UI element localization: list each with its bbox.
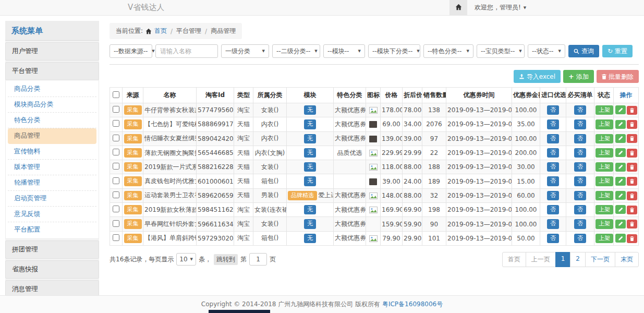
import-select-toggle[interactable]: 否 xyxy=(547,148,559,158)
edit-button[interactable] xyxy=(615,163,626,172)
breadcrumb-home-link[interactable]: 首页 xyxy=(154,27,167,35)
status-toggle[interactable]: 上架 xyxy=(596,191,613,200)
delete-button[interactable] xyxy=(627,134,637,143)
sidebar-item[interactable]: 启动页管理 xyxy=(8,191,96,207)
sidebar-group[interactable]: 省惠快报 xyxy=(5,260,99,279)
edit-button[interactable] xyxy=(615,205,626,214)
filter-module-select[interactable]: --模块--▼ xyxy=(323,44,365,58)
must-buy-toggle[interactable]: 否 xyxy=(574,119,586,129)
sidebar-item[interactable]: 版本管理 xyxy=(8,160,96,175)
filter-item-type-select[interactable]: --宝贝类型--▼ xyxy=(477,44,525,58)
pager-button[interactable]: 1 xyxy=(555,252,571,267)
sidebar-item[interactable]: 特色分类 xyxy=(8,113,96,128)
edit-button[interactable] xyxy=(615,177,626,186)
must-buy-toggle[interactable]: 否 xyxy=(574,234,586,243)
select-all-checkbox[interactable] xyxy=(113,91,119,98)
import-excel-button[interactable]: 导入excel xyxy=(514,70,561,83)
edit-button[interactable] xyxy=(615,220,626,228)
delete-button[interactable] xyxy=(627,177,637,186)
import-select-toggle[interactable]: 否 xyxy=(547,119,559,129)
sidebar-group[interactable]: 用户管理 xyxy=(5,42,99,61)
row-checkbox[interactable] xyxy=(113,177,119,184)
must-buy-toggle[interactable]: 否 xyxy=(574,162,586,172)
filter-module-sub-select[interactable]: --模块下分类--▼ xyxy=(368,44,420,58)
filter-status-select[interactable]: --状态--▼ xyxy=(528,44,565,58)
import-select-toggle[interactable]: 否 xyxy=(547,219,559,228)
row-checkbox[interactable] xyxy=(113,106,119,113)
row-checkbox[interactable] xyxy=(113,191,119,198)
delete-button[interactable] xyxy=(627,220,637,228)
sidebar-group[interactable]: 消息管理 xyxy=(5,280,99,295)
pager-button[interactable]: 首页 xyxy=(502,252,526,267)
import-select-toggle[interactable]: 否 xyxy=(547,134,559,143)
pager-button[interactable]: 末页 xyxy=(615,252,639,267)
pager-button[interactable]: 2 xyxy=(570,252,586,267)
per-page-select[interactable]: 10 ▼ xyxy=(176,253,196,266)
filter-source-select[interactable]: --数据来源--▼ xyxy=(110,44,152,58)
filter-level1-select[interactable]: 一级分类▼ xyxy=(221,44,269,58)
must-buy-toggle[interactable]: 否 xyxy=(574,191,586,200)
edit-button[interactable] xyxy=(615,134,626,143)
sidebar-item[interactable]: 意见反馈 xyxy=(8,207,96,222)
status-toggle[interactable]: 上架 xyxy=(596,219,613,228)
sidebar-item[interactable]: 平台配置 xyxy=(8,222,96,237)
must-buy-toggle[interactable]: 否 xyxy=(574,219,586,228)
delete-button[interactable] xyxy=(627,149,637,158)
row-checkbox[interactable] xyxy=(113,163,119,170)
edit-button[interactable] xyxy=(615,120,626,129)
sidebar-item[interactable]: 商品管理 xyxy=(8,128,96,144)
must-buy-toggle[interactable]: 否 xyxy=(574,176,586,186)
user-menu[interactable]: 欢迎您，管理员! ▼ xyxy=(467,3,533,12)
sidebar-item[interactable]: 轮播管理 xyxy=(8,175,96,191)
must-buy-toggle[interactable]: 否 xyxy=(574,148,586,158)
import-select-toggle[interactable]: 否 xyxy=(547,162,559,172)
filter-feature-select[interactable]: --特色分类--▼ xyxy=(423,44,473,58)
status-toggle[interactable]: 上架 xyxy=(596,205,613,214)
edit-button[interactable] xyxy=(615,148,626,157)
must-buy-toggle[interactable]: 否 xyxy=(574,105,586,115)
add-button[interactable]: + 添加 xyxy=(563,70,594,83)
edit-button[interactable] xyxy=(615,191,626,200)
status-toggle[interactable]: 上架 xyxy=(596,162,613,172)
row-checkbox[interactable] xyxy=(113,135,119,141)
row-checkbox[interactable] xyxy=(113,149,119,155)
jump-page-input[interactable] xyxy=(249,253,267,266)
filter-name-input[interactable] xyxy=(155,44,218,58)
status-toggle[interactable]: 上架 xyxy=(596,148,613,158)
icp-link[interactable]: 粤ICP备16098006号 xyxy=(382,300,443,308)
pager-button[interactable]: 下一页 xyxy=(585,252,615,267)
delete-button[interactable] xyxy=(627,191,637,200)
import-select-toggle[interactable]: 否 xyxy=(547,105,559,115)
home-button[interactable] xyxy=(449,0,467,15)
must-buy-toggle[interactable]: 否 xyxy=(574,134,586,143)
delete-button[interactable] xyxy=(627,234,637,243)
sidebar-item[interactable]: 模块商品分类 xyxy=(8,97,96,113)
sidebar-item[interactable]: 宣传物料 xyxy=(8,144,96,160)
delete-button[interactable] xyxy=(627,163,637,172)
import-select-toggle[interactable]: 否 xyxy=(547,176,559,186)
row-checkbox[interactable] xyxy=(113,234,119,241)
delete-button[interactable] xyxy=(627,106,637,115)
status-toggle[interactable]: 上架 xyxy=(596,176,613,186)
edit-button[interactable] xyxy=(615,105,626,114)
status-toggle[interactable]: 上架 xyxy=(596,234,613,243)
pager-button[interactable]: 上一页 xyxy=(526,252,556,267)
import-select-toggle[interactable]: 否 xyxy=(547,205,559,214)
must-buy-toggle[interactable]: 否 xyxy=(574,205,586,214)
filter-level2-select[interactable]: --二级分类--▼ xyxy=(272,44,320,58)
jump-to-label[interactable]: 跳转到 xyxy=(214,254,238,265)
status-toggle[interactable]: 上架 xyxy=(596,105,613,115)
delete-button[interactable] xyxy=(627,206,637,214)
import-select-toggle[interactable]: 否 xyxy=(547,191,559,200)
delete-button[interactable] xyxy=(627,120,637,129)
row-checkbox[interactable] xyxy=(113,220,119,227)
sidebar-group[interactable]: 平台管理 xyxy=(5,62,99,80)
row-checkbox[interactable] xyxy=(113,120,119,127)
edit-button[interactable] xyxy=(615,234,626,243)
sidebar-group[interactable]: 拼团管理 xyxy=(5,240,99,259)
reset-button[interactable]: ↻ 重置 xyxy=(602,45,633,57)
search-button[interactable]: 查询 xyxy=(568,45,599,57)
row-checkbox[interactable] xyxy=(113,206,119,212)
status-toggle[interactable]: 上架 xyxy=(596,119,613,129)
status-toggle[interactable]: 上架 xyxy=(596,134,613,143)
